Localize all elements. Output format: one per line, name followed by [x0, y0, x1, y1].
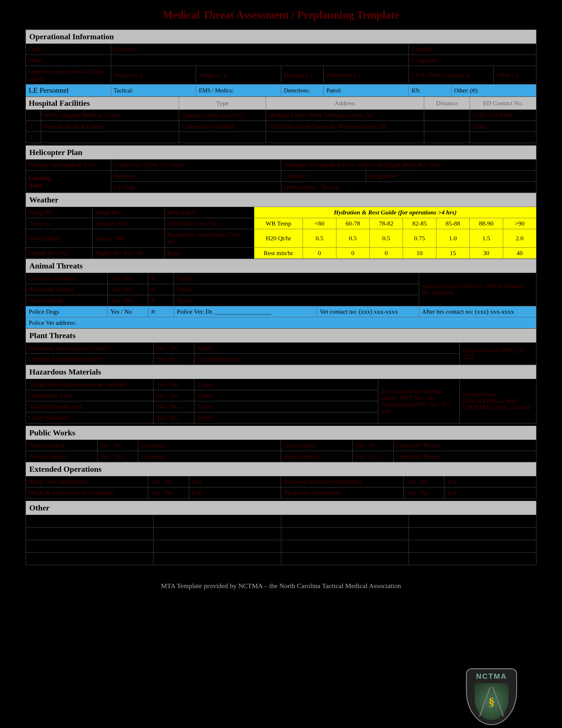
w-cold-risk[interactable]: Cold Risk? Yes / No	[164, 218, 254, 229]
types-field[interactable]: Types:	[194, 401, 378, 412]
op-civil[interactable]: Civil / Police Assist ( ):	[408, 66, 494, 84]
yes-no-field[interactable]: Yes / No	[352, 440, 393, 451]
count-field[interactable]: #:	[148, 295, 174, 306]
ltd-field[interactable]: Ltd:	[189, 476, 281, 487]
hosp-ed[interactable]	[470, 132, 536, 143]
heli-contact[interactable]: Contact no: (336) 716-2844	[111, 160, 281, 171]
heli-lztype[interactable]: LZ Type:	[111, 182, 281, 193]
w-night-op[interactable]: Night Op? Yes / No	[92, 248, 164, 259]
types-field[interactable]: Types:	[174, 295, 419, 306]
types-field[interactable]: Types:	[174, 273, 419, 284]
hosp-name[interactable]: WFU / Baptist Medical Center	[41, 110, 179, 121]
yes-no-field[interactable]: Yes / No	[107, 306, 148, 317]
w-setup-hrs[interactable]: Setup Hrs:	[92, 207, 164, 218]
other-cell[interactable]	[408, 515, 536, 528]
ltd-field[interactable]: Ltd:	[444, 487, 536, 499]
le-detectives[interactable]: Detectives:	[281, 84, 323, 97]
types-field[interactable]: Types:	[194, 390, 378, 401]
op-hostage[interactable]: Hostage ( ):	[281, 66, 323, 84]
other-cell[interactable]	[154, 553, 281, 565]
types-field[interactable]: Types:	[174, 284, 419, 295]
hosp-name[interactable]	[41, 132, 179, 143]
w-temp-lo[interactable]: Temp Lo:	[26, 218, 93, 229]
yes-no-field[interactable]: Yes / No	[154, 401, 194, 412]
w-sunset[interactable]: Sunset: PM	[92, 229, 164, 248]
police-vet[interactable]: Police Vet: Dr. __________________	[174, 306, 317, 317]
yes-no-field[interactable]: Yes / No	[154, 412, 194, 423]
w-wind[interactable]: Wind (mph)	[26, 229, 93, 248]
count-field[interactable]: #:	[148, 306, 174, 317]
other-cell[interactable]	[154, 515, 281, 528]
yes-no-field[interactable]: Yes / No	[97, 451, 138, 462]
op-other[interactable]: Other ( ):	[494, 66, 536, 84]
hosp-type[interactable]: Trauma Center (Level I)	[179, 110, 266, 121]
heli-address[interactable]: Address:	[111, 171, 281, 182]
heli-latitude[interactable]: Latitude:	[281, 171, 366, 182]
other-cell[interactable]	[26, 515, 154, 528]
hosp-distance[interactable]	[424, 110, 470, 121]
op-longitude[interactable]: Longitude:	[408, 55, 536, 66]
ltd-field[interactable]: Ltd:	[189, 487, 281, 499]
le-tactical[interactable]: Tactical:	[111, 84, 196, 97]
yes-no-field[interactable]: Yes / No	[148, 476, 189, 487]
hosp-ed[interactable]: (336)	[470, 121, 536, 132]
location-field[interactable]: Location:	[138, 440, 281, 451]
tactical-risk[interactable]: Is tactical advance through smoke / PFIT…	[378, 379, 460, 423]
yes-no-field[interactable]: Yes / No	[148, 487, 189, 499]
hosp-type[interactable]: Community Hospital	[179, 121, 266, 132]
types-field[interactable]: Types:	[194, 379, 378, 390]
other-cell[interactable]	[281, 540, 408, 553]
police-vet-address[interactable]: Police Vet address:	[26, 317, 536, 328]
hosp-type[interactable]	[179, 132, 266, 143]
le-other[interactable]: Other: (#):	[451, 84, 536, 97]
hosp-address[interactable]	[266, 132, 424, 143]
heli-longitude[interactable]: Longitude:	[366, 171, 536, 182]
location-field[interactable]: Location:	[138, 451, 281, 462]
other-cell[interactable]	[26, 540, 154, 553]
op-warrant[interactable]: Warrant ( ):	[111, 66, 196, 84]
other-cell[interactable]	[281, 553, 408, 565]
ltd-field[interactable]: Ltd:	[444, 476, 536, 487]
op-location[interactable]: Location:	[111, 44, 408, 55]
hosp-address[interactable]: Medical Center Blvd, Winston-Salem, NC	[266, 110, 424, 121]
heli-alternate[interactable]: Alternate Aeromedical Evac: Duke Life Fl…	[281, 160, 536, 171]
other-cell[interactable]	[281, 515, 408, 528]
w-heat-risk[interactable]: Heatstroke / heatexhstn.? Yes / No	[164, 229, 254, 248]
count-field[interactable]: #:	[148, 273, 174, 284]
hosp-name[interactable]: Forsyth Medical Center	[41, 121, 179, 132]
count-field[interactable]: #:	[148, 284, 174, 295]
op-date[interactable]: Date:	[26, 44, 111, 55]
yes-no-field[interactable]: Yes / No	[154, 390, 194, 401]
yes-no-field[interactable]: Yes / No	[352, 451, 393, 462]
op-suspect[interactable]: Suspect ( ):	[196, 66, 281, 84]
after-hrs-contact[interactable]: After hrs contact no: (xxx) xxx-xxxx	[419, 306, 536, 317]
w-heat-index[interactable]: Heat Index:	[164, 207, 254, 218]
yes-no-field[interactable]: Yes / No	[107, 273, 148, 284]
hosp-distance[interactable]	[424, 121, 470, 132]
w-humid[interactable]: Humid Hrs (%)	[26, 248, 93, 259]
vet-contact[interactable]: Vet contact no: (xxx) xxx-xxxx	[317, 306, 419, 317]
yes-no-field[interactable]: Yes / No	[403, 487, 444, 499]
yes-no-field[interactable]: Yes / No	[107, 295, 148, 306]
other-cell[interactable]	[26, 528, 154, 540]
hosp-address[interactable]: 3333 Silas Creek Parkway, Winston-Salem,…	[266, 121, 424, 132]
types-field[interactable]: Types:	[194, 343, 460, 354]
op-latitude[interactable]: Latitude:	[408, 44, 536, 55]
other-cell[interactable]	[26, 553, 154, 565]
op-time[interactable]: Time:	[26, 55, 111, 66]
contact-field[interactable]: Contact# / Phone:	[393, 451, 536, 462]
countermeasure-field[interactable]: Countermeasure:	[194, 354, 460, 365]
le-patrol[interactable]: Patrol:	[323, 84, 409, 97]
other-cell[interactable]	[281, 528, 408, 540]
other-cell[interactable]	[408, 540, 536, 553]
yes-no-field[interactable]: Yes / No	[97, 440, 138, 451]
yes-no-field[interactable]: Yes / No	[154, 343, 194, 354]
w-rain[interactable]: Rain:	[164, 248, 254, 259]
other-cell[interactable]	[154, 540, 281, 553]
yes-no-field[interactable]: Yes / No	[154, 354, 194, 365]
hosp-distance[interactable]	[424, 132, 470, 143]
other-cell[interactable]	[154, 528, 281, 540]
le-ems[interactable]: EMS / Medics:	[196, 84, 281, 97]
w-sunrise[interactable]: Sunrise: AM	[92, 218, 164, 229]
le-k9[interactable]: K9:	[408, 84, 451, 97]
